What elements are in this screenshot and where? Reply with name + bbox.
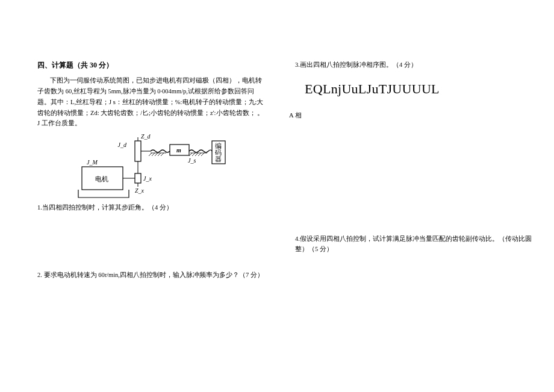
question-1: 1.当四相四拍控制时，计算其步距角。（4 分） — [37, 203, 265, 213]
jx-label: J_x — [143, 175, 152, 182]
left-support-hatch — [149, 153, 166, 156]
svg-line-20 — [201, 153, 204, 156]
js-label: J_s — [188, 157, 196, 164]
jd-label: J_d — [118, 142, 127, 148]
svg-line-11 — [155, 153, 158, 156]
zx-label: Z_x — [135, 187, 145, 194]
section-title: 四、计算题（共 30 分） — [37, 60, 265, 70]
encoder-l3: 器 — [215, 155, 222, 163]
problem-intro: 下图为一伺服传动系统简图，已知步进电机有四对磁极（四相），电机转子齿数为 60,… — [37, 75, 265, 129]
svg-line-16 — [189, 153, 192, 156]
servo-system-diagram: 电机 J_M J_x Z_x J_d Z_d — [70, 132, 232, 202]
svg-line-10 — [152, 153, 155, 156]
svg-line-9 — [149, 153, 152, 156]
question-3: 3.画出四相八拍控制脉冲相序图。（4 分） — [295, 60, 536, 70]
left-column: 四、计算题（共 30 分） 下图为一伺服传动系统简图，已知步进电机有四对磁极（四… — [0, 0, 277, 392]
question-4: 4.假设采用四相八拍控制，试计算满足脉冲当量匹配的齿轮副传动比。（传动比圆整）（… — [295, 234, 536, 255]
motor-label: 电机 — [95, 175, 108, 182]
svg-rect-5 — [135, 141, 141, 161]
phase-a-label: A 相 — [289, 111, 536, 120]
svg-line-18 — [195, 153, 198, 156]
pulse-sequence-text: EQLnjUuLJuTJUUUUL — [305, 81, 536, 97]
zd-label: Z_d — [141, 133, 151, 140]
svg-line-12 — [158, 153, 161, 156]
question-2: 2. 要求电动机转速为 60r/min,四相八拍控制时，输入脉冲频率为多少？（7… — [37, 270, 265, 281]
right-support-hatch — [189, 153, 207, 156]
svg-line-17 — [192, 153, 195, 156]
m-label: m — [176, 147, 181, 154]
right-column: 3.画出四相八拍控制脉冲相序图。（4 分） EQLnjUuLJuTJUUUUL … — [277, 0, 554, 392]
svg-line-13 — [161, 153, 164, 156]
svg-line-19 — [198, 153, 201, 156]
svg-rect-2 — [135, 173, 141, 183]
jm-label: J_M — [87, 159, 98, 166]
